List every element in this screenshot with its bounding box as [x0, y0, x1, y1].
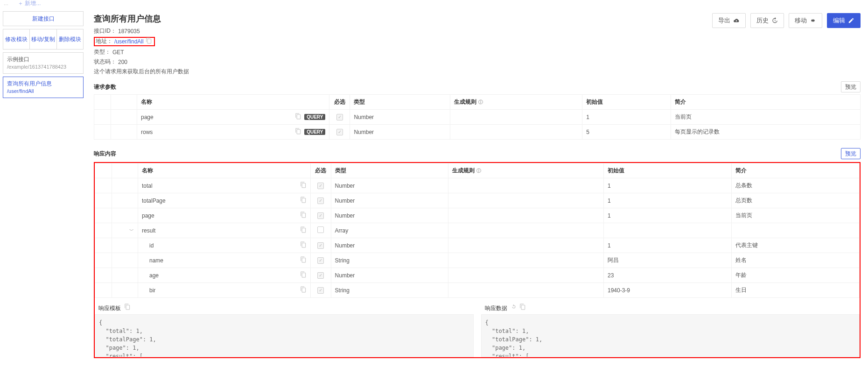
refresh-data-icon[interactable]	[511, 305, 518, 311]
required-checkbox[interactable]	[336, 114, 343, 120]
param-type: Number	[331, 238, 448, 253]
copy-icon[interactable]	[300, 256, 307, 264]
copy-icon[interactable]	[300, 271, 307, 279]
required-checkbox[interactable]	[317, 212, 324, 219]
nav-item-findall[interactable]: 查询所有用户信息 /user/findAll	[3, 77, 84, 98]
table-row: totalNumber1总条数	[95, 178, 860, 193]
copy-icon[interactable]	[295, 128, 301, 136]
param-init: 阿昌	[603, 253, 731, 268]
table-row: totalPageNumber1总页数	[95, 193, 860, 208]
required-checkbox[interactable]	[317, 272, 324, 279]
response-preview-button[interactable]: 预览	[841, 148, 861, 159]
response-data-code: { "total": 1, "totalPage": 1, "page": 1,…	[481, 314, 860, 357]
pencil-icon	[848, 17, 854, 24]
response-template-code: { "total": 1, "totalPage": 1, "page": 1,…	[95, 314, 474, 357]
history-icon	[771, 17, 778, 24]
copy-icon[interactable]	[300, 182, 307, 190]
history-button[interactable]: 历史	[750, 13, 784, 28]
param-init: 1	[603, 208, 731, 223]
api-url-row: 地址： /user/findAll	[94, 37, 189, 46]
required-checkbox[interactable]	[317, 226, 324, 233]
param-init: 5	[582, 125, 671, 140]
param-rule	[448, 223, 604, 238]
table-row: idNumber1代表主键	[95, 238, 860, 253]
delete-module-button[interactable]: 删除模块	[56, 29, 84, 49]
copy-data-icon[interactable]	[519, 305, 526, 311]
api-url-link[interactable]: /user/findAll	[114, 38, 144, 45]
param-type: Number	[350, 125, 450, 140]
param-type: String	[331, 283, 448, 298]
api-desc: 这个请求用来获取后台的所有用户数据	[94, 68, 189, 76]
request-section-title: 请求参数	[94, 83, 116, 91]
param-rule	[448, 268, 604, 283]
request-table: 名称 必选 类型 生成规则ⓘ 初始值 简介 pageQUERYNumber1当前…	[94, 94, 861, 140]
param-name: totalPage	[142, 198, 166, 204]
table-row: ageNumber23年龄	[95, 268, 860, 283]
copy-icon[interactable]	[300, 212, 307, 219]
response-table: 名称 必选 类型 生成规则ⓘ 初始值 简介 totalNumber1总条数tot…	[95, 163, 860, 298]
move-button[interactable]: 移动	[789, 13, 822, 28]
table-row: nameString阿昌姓名	[95, 253, 860, 268]
copy-icon[interactable]	[300, 197, 307, 205]
param-name: name	[142, 257, 163, 264]
required-checkbox[interactable]	[317, 183, 324, 189]
response-data-title: 响应数据	[485, 305, 507, 311]
param-rule	[448, 253, 604, 268]
param-name: bir	[142, 287, 155, 294]
edit-button[interactable]: 编辑	[827, 13, 861, 28]
table-row: rowsQUERYNumber5每页显示的记录数	[94, 125, 861, 140]
query-badge: QUERY	[304, 114, 325, 120]
param-type: Number	[331, 193, 448, 208]
response-highlight-box: 名称 必选 类型 生成规则ⓘ 初始值 简介 totalNumber1总条数tot…	[94, 162, 861, 358]
param-name: age	[142, 272, 159, 279]
nav-item-example[interactable]: 示例接口 /example/1613741788423	[3, 52, 84, 74]
param-rule	[450, 110, 582, 125]
required-checkbox[interactable]	[317, 287, 324, 294]
param-type: Number	[331, 268, 448, 283]
param-desc: 代表主键	[732, 238, 860, 253]
param-init: 1	[603, 238, 731, 253]
request-preview-button[interactable]: 预览	[841, 81, 861, 92]
param-rule	[448, 238, 604, 253]
copy-icon[interactable]	[300, 241, 307, 249]
copy-template-icon[interactable]	[124, 305, 131, 311]
table-row: pageQUERYNumber1当前页	[94, 110, 861, 125]
edit-module-button[interactable]: 修改模块	[3, 29, 29, 49]
param-desc: 总页数	[732, 193, 860, 208]
help-icon[interactable]: ⓘ	[478, 99, 483, 105]
param-desc	[732, 223, 860, 238]
new-api-button[interactable]: 新建接口	[3, 11, 84, 26]
copy-icon[interactable]	[295, 113, 301, 121]
param-desc: 当前页	[671, 110, 861, 125]
api-type: 类型：GET	[94, 48, 189, 56]
param-init: 1	[603, 193, 731, 208]
param-rule	[448, 178, 604, 193]
copy-icon[interactable]	[300, 286, 307, 294]
copy-icon[interactable]	[300, 226, 307, 234]
required-checkbox[interactable]	[336, 129, 343, 135]
required-checkbox[interactable]	[317, 198, 324, 204]
move-module-button[interactable]: 移动/复制	[29, 29, 56, 49]
cloud-upload-icon	[733, 17, 740, 24]
param-type: Number	[350, 110, 450, 125]
param-name: rows	[141, 129, 153, 135]
param-init: 1940-3-9	[603, 283, 731, 298]
param-desc: 生日	[732, 283, 860, 298]
export-button[interactable]: 导出	[712, 13, 746, 28]
param-rule	[450, 125, 582, 140]
required-checkbox[interactable]	[317, 257, 324, 264]
sidebar: 新建接口 修改模块 移动/复制 删除模块 示例接口 /example/16137…	[0, 8, 86, 101]
required-checkbox[interactable]	[317, 242, 324, 249]
help-icon[interactable]: ⓘ	[476, 168, 481, 173]
table-row: pageNumber1当前页	[95, 208, 860, 223]
page-title: 查询所有用户信息	[94, 13, 189, 24]
param-rule	[448, 193, 604, 208]
content: 查询所有用户信息 接口ID：1879035 地址： /user/findAll …	[86, 8, 868, 358]
copy-url-icon[interactable]	[146, 37, 152, 45]
param-name: page	[142, 212, 154, 219]
response-template-title: 响应模板	[98, 305, 121, 311]
expand-caret-icon[interactable]: ﹀	[129, 228, 134, 233]
param-desc: 每页显示的记录数	[671, 125, 861, 140]
move-icon	[810, 17, 816, 24]
param-type: String	[331, 253, 448, 268]
